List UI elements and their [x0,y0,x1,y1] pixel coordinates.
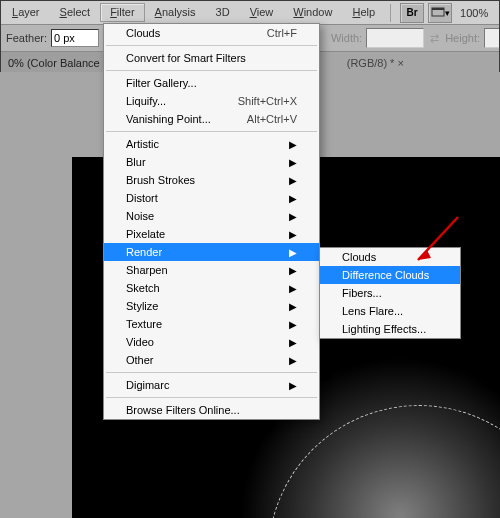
filter-gallery[interactable]: Filter Gallery... [104,74,319,92]
screen-mode-icon [431,7,445,19]
menubar: Layer Select Filter Analysis 3D View Win… [0,0,500,25]
bridge-button[interactable]: Br [400,3,424,23]
filter-browse-online[interactable]: Browse Filters Online... [104,401,319,419]
render-difference-clouds[interactable]: Difference Clouds [320,266,460,284]
filter-group-noise[interactable]: Noise▶ [104,207,319,225]
filter-group-blur[interactable]: Blur▶ [104,153,319,171]
bridge-icon: Br [407,7,418,18]
filter-group-artistic[interactable]: Artistic▶ [104,135,319,153]
menu-filter[interactable]: Filter [100,3,144,22]
menu-window[interactable]: Window [283,3,342,22]
width-label: Width: [331,32,362,44]
menu-analysis[interactable]: Analysis [145,3,206,22]
menu-layer[interactable]: Layer [2,3,50,22]
filter-vanishing-point[interactable]: Vanishing Point... Alt+Ctrl+V [104,110,319,128]
width-input [366,28,424,48]
svg-rect-1 [432,8,444,10]
filter-group-other[interactable]: Other▶ [104,351,319,369]
render-lens-flare[interactable]: Lens Flare... [320,302,460,320]
menu-3d[interactable]: 3D [206,3,240,22]
swap-icon: ⇄ [430,32,439,45]
render-lighting-effects[interactable]: Lighting Effects... [320,320,460,338]
filter-group-sketch[interactable]: Sketch▶ [104,279,319,297]
filter-group-pixelate[interactable]: Pixelate▶ [104,225,319,243]
document-tab-1[interactable]: 0% (Color Balance [0,52,109,74]
document-tab-2[interactable]: (RGB/8) * × [339,52,412,74]
menubar-separator [390,4,391,22]
zoom-level[interactable]: 100% [460,7,488,19]
document-tab-2-label: (RGB/8) * × [347,57,404,69]
document-tab-1-label: 0% (Color Balance [8,57,100,69]
menu-select[interactable]: Select [50,3,101,22]
feather-input[interactable] [51,29,99,47]
filter-group-sharpen[interactable]: Sharpen▶ [104,261,319,279]
feather-label: Feather: [6,32,47,44]
filter-menu: Clouds Ctrl+F Convert for Smart Filters … [103,23,320,420]
filter-group-stylize[interactable]: Stylize▶ [104,297,319,315]
height-input [484,28,500,48]
app-window: Layer Select Filter Analysis 3D View Win… [0,0,500,518]
screen-mode-button[interactable]: ▾ [428,3,452,23]
filter-group-texture[interactable]: Texture▶ [104,315,319,333]
menu-view[interactable]: View [240,3,284,22]
filter-group-brush-strokes[interactable]: Brush Strokes▶ [104,171,319,189]
filter-group-render[interactable]: Render▶ [104,243,319,261]
filter-group-distort[interactable]: Distort▶ [104,189,319,207]
render-clouds[interactable]: Clouds [320,248,460,266]
filter-convert-smart[interactable]: Convert for Smart Filters [104,49,319,67]
filter-group-video[interactable]: Video▶ [104,333,319,351]
filter-digimarc[interactable]: Digimarc▶ [104,376,319,394]
render-submenu: Clouds Difference Clouds Fibers... Lens … [319,247,461,339]
filter-last-clouds[interactable]: Clouds Ctrl+F [104,24,319,42]
menu-help[interactable]: Help [342,3,385,22]
render-fibers[interactable]: Fibers... [320,284,460,302]
height-label: Height: [445,32,480,44]
filter-liquify[interactable]: Liquify... Shift+Ctrl+X [104,92,319,110]
